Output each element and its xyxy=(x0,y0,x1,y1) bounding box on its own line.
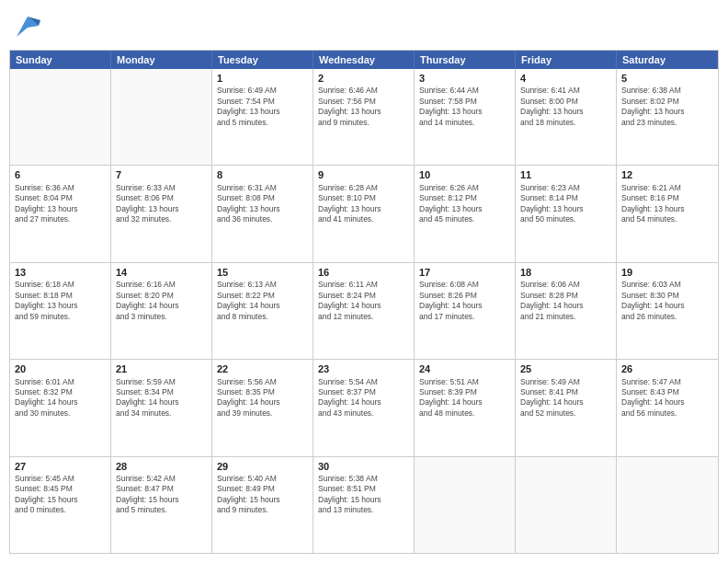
day-info: Sunrise: 5:47 AM Sunset: 8:43 PM Dayligh… xyxy=(621,377,713,419)
calendar-cell: 8Sunrise: 6:31 AM Sunset: 8:08 PM Daylig… xyxy=(212,166,313,261)
day-info: Sunrise: 6:36 AM Sunset: 8:04 PM Dayligh… xyxy=(15,183,106,225)
day-number: 16 xyxy=(318,266,409,279)
calendar-row: 6Sunrise: 6:36 AM Sunset: 8:04 PM Daylig… xyxy=(10,165,718,261)
day-number: 4 xyxy=(520,72,611,85)
day-info: Sunrise: 6:01 AM Sunset: 8:32 PM Dayligh… xyxy=(15,377,106,419)
day-number: 6 xyxy=(15,168,106,181)
day-info: Sunrise: 5:38 AM Sunset: 8:51 PM Dayligh… xyxy=(318,474,409,516)
weekday-header: Monday xyxy=(111,51,212,69)
calendar-cell: 24Sunrise: 5:51 AM Sunset: 8:39 PM Dayli… xyxy=(415,360,516,455)
day-number: 18 xyxy=(520,266,611,279)
day-info: Sunrise: 5:42 AM Sunset: 8:47 PM Dayligh… xyxy=(116,474,207,516)
calendar-cell xyxy=(415,457,516,553)
day-info: Sunrise: 6:23 AM Sunset: 8:14 PM Dayligh… xyxy=(520,183,611,225)
day-info: Sunrise: 6:49 AM Sunset: 7:54 PM Dayligh… xyxy=(217,86,308,128)
day-info: Sunrise: 6:08 AM Sunset: 8:26 PM Dayligh… xyxy=(419,280,510,322)
day-info: Sunrise: 6:31 AM Sunset: 8:08 PM Dayligh… xyxy=(217,183,308,225)
day-number: 22 xyxy=(217,362,308,375)
day-info: Sunrise: 5:54 AM Sunset: 8:37 PM Dayligh… xyxy=(318,377,409,419)
calendar-cell: 14Sunrise: 6:16 AM Sunset: 8:20 PM Dayli… xyxy=(111,263,212,359)
page-header xyxy=(9,9,719,44)
calendar-cell: 23Sunrise: 5:54 AM Sunset: 8:37 PM Dayli… xyxy=(313,360,415,455)
calendar-cell: 7Sunrise: 6:33 AM Sunset: 8:06 PM Daylig… xyxy=(111,166,212,261)
day-number: 17 xyxy=(419,266,510,279)
day-number: 7 xyxy=(116,168,207,181)
day-number: 13 xyxy=(15,266,106,279)
calendar-cell xyxy=(10,69,111,165)
day-number: 28 xyxy=(116,460,207,473)
weekday-header: Wednesday xyxy=(313,51,415,69)
day-number: 21 xyxy=(116,362,207,375)
calendar-cell: 29Sunrise: 5:40 AM Sunset: 8:49 PM Dayli… xyxy=(212,457,313,553)
day-info: Sunrise: 6:13 AM Sunset: 8:22 PM Dayligh… xyxy=(217,280,308,322)
calendar-row: 13Sunrise: 6:18 AM Sunset: 8:18 PM Dayli… xyxy=(10,262,718,359)
day-info: Sunrise: 6:38 AM Sunset: 8:02 PM Dayligh… xyxy=(621,86,713,128)
calendar-row: 20Sunrise: 6:01 AM Sunset: 8:32 PM Dayli… xyxy=(10,359,718,455)
day-number: 12 xyxy=(621,168,713,181)
calendar-cell xyxy=(617,457,718,553)
calendar-cell: 25Sunrise: 5:49 AM Sunset: 8:41 PM Dayli… xyxy=(516,360,617,455)
day-info: Sunrise: 6:03 AM Sunset: 8:30 PM Dayligh… xyxy=(621,280,713,322)
day-number: 24 xyxy=(419,362,510,375)
calendar-cell: 5Sunrise: 6:38 AM Sunset: 8:02 PM Daylig… xyxy=(617,69,718,165)
calendar-cell xyxy=(111,69,212,165)
day-number: 30 xyxy=(318,460,409,473)
weekday-header: Thursday xyxy=(415,51,516,69)
weekday-header: Saturday xyxy=(617,51,718,69)
day-info: Sunrise: 6:11 AM Sunset: 8:24 PM Dayligh… xyxy=(318,280,409,322)
day-number: 26 xyxy=(621,362,713,375)
day-number: 10 xyxy=(419,168,510,181)
day-number: 27 xyxy=(15,460,106,473)
day-info: Sunrise: 5:45 AM Sunset: 8:45 PM Dayligh… xyxy=(15,474,106,516)
day-info: Sunrise: 6:41 AM Sunset: 8:00 PM Dayligh… xyxy=(520,86,611,128)
day-number: 19 xyxy=(621,266,713,279)
day-number: 8 xyxy=(217,168,308,181)
day-info: Sunrise: 5:40 AM Sunset: 8:49 PM Dayligh… xyxy=(217,474,308,516)
day-number: 1 xyxy=(217,72,308,85)
calendar-header: SundayMondayTuesdayWednesdayThursdayFrid… xyxy=(10,51,718,69)
day-info: Sunrise: 6:21 AM Sunset: 8:16 PM Dayligh… xyxy=(621,183,713,225)
calendar-cell: 18Sunrise: 6:06 AM Sunset: 8:28 PM Dayli… xyxy=(516,263,617,359)
calendar-cell: 16Sunrise: 6:11 AM Sunset: 8:24 PM Dayli… xyxy=(313,263,415,359)
calendar-cell: 15Sunrise: 6:13 AM Sunset: 8:22 PM Dayli… xyxy=(212,263,313,359)
calendar-cell: 21Sunrise: 5:59 AM Sunset: 8:34 PM Dayli… xyxy=(111,360,212,455)
day-number: 2 xyxy=(318,72,409,85)
day-info: Sunrise: 5:51 AM Sunset: 8:39 PM Dayligh… xyxy=(419,377,510,419)
calendar-row: 27Sunrise: 5:45 AM Sunset: 8:45 PM Dayli… xyxy=(10,456,718,553)
calendar-cell: 17Sunrise: 6:08 AM Sunset: 8:26 PM Dayli… xyxy=(415,263,516,359)
day-number: 5 xyxy=(621,72,713,85)
day-info: Sunrise: 6:44 AM Sunset: 7:58 PM Dayligh… xyxy=(419,86,510,128)
day-number: 9 xyxy=(318,168,409,181)
day-number: 25 xyxy=(520,362,611,375)
day-number: 29 xyxy=(217,460,308,473)
day-info: Sunrise: 5:49 AM Sunset: 8:41 PM Dayligh… xyxy=(520,377,611,419)
weekday-header: Sunday xyxy=(10,51,111,69)
day-info: Sunrise: 6:46 AM Sunset: 7:56 PM Dayligh… xyxy=(318,86,409,128)
day-info: Sunrise: 5:59 AM Sunset: 8:34 PM Dayligh… xyxy=(116,377,207,419)
calendar-cell: 2Sunrise: 6:46 AM Sunset: 7:56 PM Daylig… xyxy=(313,69,415,165)
calendar-grid: SundayMondayTuesdayWednesdayThursdayFrid… xyxy=(9,50,719,554)
day-number: 20 xyxy=(15,362,106,375)
day-info: Sunrise: 6:26 AM Sunset: 8:12 PM Dayligh… xyxy=(419,183,510,225)
calendar-cell: 22Sunrise: 5:56 AM Sunset: 8:35 PM Dayli… xyxy=(212,360,313,455)
day-number: 14 xyxy=(116,266,207,279)
calendar-cell: 12Sunrise: 6:21 AM Sunset: 8:16 PM Dayli… xyxy=(617,166,718,261)
calendar-cell: 11Sunrise: 6:23 AM Sunset: 8:14 PM Dayli… xyxy=(516,166,617,261)
day-number: 23 xyxy=(318,362,409,375)
calendar-cell: 20Sunrise: 6:01 AM Sunset: 8:32 PM Dayli… xyxy=(10,360,111,455)
day-info: Sunrise: 6:06 AM Sunset: 8:28 PM Dayligh… xyxy=(520,280,611,322)
logo-bird-icon xyxy=(9,9,44,44)
calendar-cell xyxy=(516,457,617,553)
day-info: Sunrise: 6:28 AM Sunset: 8:10 PM Dayligh… xyxy=(318,183,409,225)
calendar-page: SundayMondayTuesdayWednesdayThursdayFrid… xyxy=(0,0,728,563)
calendar-row: 1Sunrise: 6:49 AM Sunset: 7:54 PM Daylig… xyxy=(10,69,718,165)
calendar-cell: 4Sunrise: 6:41 AM Sunset: 8:00 PM Daylig… xyxy=(516,69,617,165)
calendar-cell: 9Sunrise: 6:28 AM Sunset: 8:10 PM Daylig… xyxy=(313,166,415,261)
calendar-cell: 30Sunrise: 5:38 AM Sunset: 8:51 PM Dayli… xyxy=(313,457,415,553)
calendar-cell: 19Sunrise: 6:03 AM Sunset: 8:30 PM Dayli… xyxy=(617,263,718,359)
day-number: 15 xyxy=(217,266,308,279)
calendar-body: 1Sunrise: 6:49 AM Sunset: 7:54 PM Daylig… xyxy=(10,69,718,553)
day-info: Sunrise: 5:56 AM Sunset: 8:35 PM Dayligh… xyxy=(217,377,308,419)
calendar-cell: 27Sunrise: 5:45 AM Sunset: 8:45 PM Dayli… xyxy=(10,457,111,553)
calendar-cell: 13Sunrise: 6:18 AM Sunset: 8:18 PM Dayli… xyxy=(10,263,111,359)
